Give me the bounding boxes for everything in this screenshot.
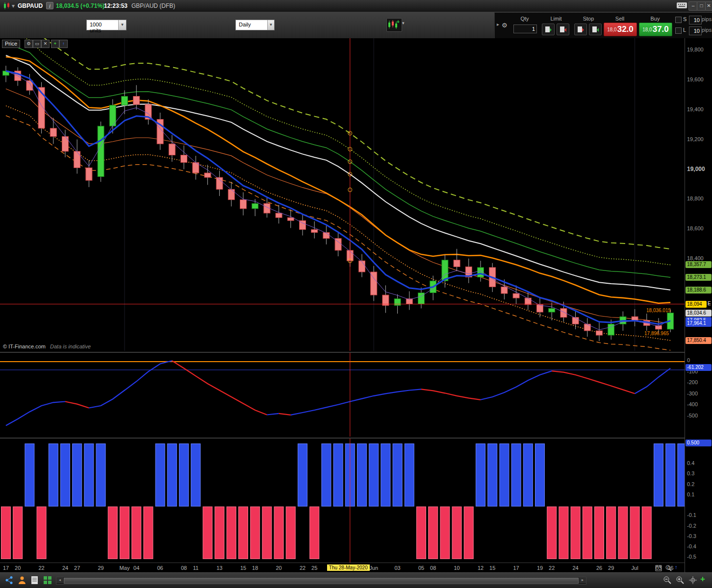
zoom-out-icon[interactable] bbox=[663, 576, 672, 585]
histogram-bar bbox=[393, 444, 402, 507]
oscillator-chart[interactable] bbox=[0, 352, 685, 437]
accounts-person-icon[interactable] bbox=[18, 576, 26, 585]
units-dropdown-arrow-icon[interactable]: ▼ bbox=[118, 20, 126, 30]
pane-add-indicator-icon[interactable]: + bbox=[51, 40, 59, 48]
histogram-bar bbox=[61, 444, 70, 507]
stop-label: Stop bbox=[574, 16, 603, 22]
stop-pips-input[interactable] bbox=[689, 16, 702, 24]
status-bar: ◂ ▸ + bbox=[0, 572, 712, 588]
candle bbox=[287, 218, 294, 220]
histogram-bar bbox=[500, 444, 509, 507]
scroll-right-arrow-icon[interactable]: ▸ bbox=[579, 577, 586, 583]
buy-button[interactable]: 18,0 37.0 bbox=[639, 23, 672, 36]
histogram-chart[interactable] bbox=[0, 438, 685, 564]
pane-expand-icon[interactable]: ↑ bbox=[59, 40, 68, 48]
chart-type-button[interactable]: + bbox=[386, 18, 402, 32]
sell-label: Sell bbox=[604, 16, 636, 22]
time-tick-label: Jul bbox=[627, 565, 643, 571]
candle bbox=[596, 331, 603, 335]
histogram-bar bbox=[618, 507, 628, 559]
limit-attach-checkbox[interactable] bbox=[675, 27, 682, 34]
stop-attach-checkbox[interactable] bbox=[675, 17, 682, 23]
price-chart[interactable]: Price ⚙ ▭ ✕ + ↑ © IT-Finance.com Data is… bbox=[0, 38, 685, 351]
histogram-bar bbox=[322, 444, 331, 507]
chart-scrollbar[interactable]: ◂ ▸ bbox=[56, 577, 586, 585]
histogram-bar bbox=[251, 507, 260, 559]
units-dropdown[interactable]: 1000 units ▼ bbox=[86, 20, 127, 30]
workspace-grid-icon[interactable] bbox=[43, 576, 52, 585]
candle bbox=[632, 317, 638, 320]
limit-pips-input[interactable] bbox=[689, 26, 702, 35]
sell-button[interactable]: 18,0 32.0 bbox=[604, 23, 637, 36]
histogram-bar bbox=[239, 507, 248, 559]
limit-buy-order-icon[interactable] bbox=[542, 24, 555, 35]
chart-type-dropdown-arrow-icon[interactable]: ▾ bbox=[402, 21, 405, 25]
candle bbox=[133, 96, 140, 104]
time-tick-label: 25 bbox=[306, 565, 323, 571]
axis-value-badge: 18,357.7 bbox=[686, 261, 712, 268]
symbol-name[interactable]: GBPAUD bbox=[18, 2, 43, 10]
histogram-bar bbox=[179, 444, 189, 507]
close-button[interactable]: ✕ bbox=[705, 1, 712, 11]
axis-tick-label: 19,600 bbox=[687, 76, 704, 82]
candle bbox=[513, 294, 519, 298]
histogram-bar bbox=[286, 507, 295, 559]
candle bbox=[560, 308, 567, 317]
histogram-bar bbox=[678, 444, 685, 507]
pane-window-icon[interactable]: ▭ bbox=[33, 40, 41, 48]
axis-tick-label: 0.2 bbox=[687, 481, 694, 487]
deal-ticket: ▸ ⚙ Qty Limit Stop Sell Buy 18,0 32.0 18… bbox=[494, 12, 712, 39]
limit-sell-order-icon[interactable] bbox=[557, 24, 569, 35]
scrollbar-thumb[interactable] bbox=[64, 578, 579, 584]
timeframe-dropdown-arrow-icon[interactable]: ▼ bbox=[267, 20, 274, 30]
time-axis[interactable]: ↑ 172022242729May04060811131518202225Jun… bbox=[0, 563, 685, 573]
axis-value-badge: 0.500 bbox=[686, 440, 712, 446]
info-button[interactable]: i bbox=[46, 2, 53, 9]
stop-buy-order-icon[interactable] bbox=[574, 24, 587, 35]
pane-wrench-icon[interactable]: ⚙ bbox=[25, 40, 33, 48]
histogram-bar bbox=[535, 444, 545, 507]
time-tick-label: 11 bbox=[187, 565, 204, 571]
histogram-bar bbox=[73, 444, 82, 507]
candle bbox=[122, 96, 128, 105]
time-tick-label: 17 bbox=[508, 565, 525, 571]
settings-wrench-icon[interactable]: ⚙ bbox=[502, 22, 508, 29]
candle bbox=[98, 126, 104, 176]
axis-tick-label: 0 bbox=[687, 357, 690, 363]
axis-tick-label: 18,600 bbox=[687, 225, 704, 231]
candle bbox=[418, 293, 425, 304]
collapse-panel-icon[interactable]: ▸ bbox=[497, 22, 499, 27]
clock: 12:23:53 bbox=[104, 2, 127, 10]
axis-tick-label: -0.5 bbox=[687, 554, 696, 560]
axis-tick-label: -500 bbox=[687, 413, 698, 418]
symbol-caret-icon[interactable]: ▾ bbox=[12, 2, 15, 10]
keyboard-icon[interactable] bbox=[677, 2, 687, 9]
indicator-value-label: 17,896.965 bbox=[644, 331, 669, 336]
candle bbox=[501, 287, 508, 294]
histogram-bar bbox=[571, 507, 580, 559]
histogram-bar bbox=[595, 507, 604, 559]
histogram-bar bbox=[452, 507, 461, 559]
zoom-in-icon[interactable] bbox=[676, 576, 685, 585]
pane-close-icon[interactable]: ✕ bbox=[41, 40, 50, 48]
chart-region: Price ⚙ ▭ ✕ + ↑ © IT-Finance.com Data is… bbox=[0, 38, 712, 572]
time-tick-label: 06 bbox=[152, 565, 169, 571]
price-axis[interactable]: 19,80019,60019,40019,20019,00018,80018,6… bbox=[685, 38, 712, 572]
add-chart-icon[interactable]: + bbox=[700, 574, 709, 583]
stop-sell-order-icon[interactable] bbox=[589, 24, 602, 35]
orders-list-icon[interactable] bbox=[30, 576, 39, 585]
candle bbox=[311, 229, 318, 232]
time-tick-label: 24 bbox=[567, 565, 584, 571]
crosshair-tool-icon[interactable] bbox=[688, 576, 697, 585]
qty-input[interactable] bbox=[513, 24, 537, 33]
histogram-bar bbox=[120, 507, 129, 559]
candle bbox=[50, 128, 56, 137]
share-icon[interactable] bbox=[5, 576, 14, 585]
histogram-bars bbox=[1, 444, 685, 559]
axis-tick-label: 0.3 bbox=[687, 470, 694, 476]
axis-tick-label: 19,400 bbox=[687, 106, 704, 112]
crosshair bbox=[0, 38, 685, 351]
sell-price: 32.0 bbox=[617, 24, 634, 34]
timeframe-dropdown[interactable]: Daily ▼ bbox=[235, 20, 275, 30]
scroll-left-arrow-icon[interactable]: ◂ bbox=[56, 577, 63, 583]
